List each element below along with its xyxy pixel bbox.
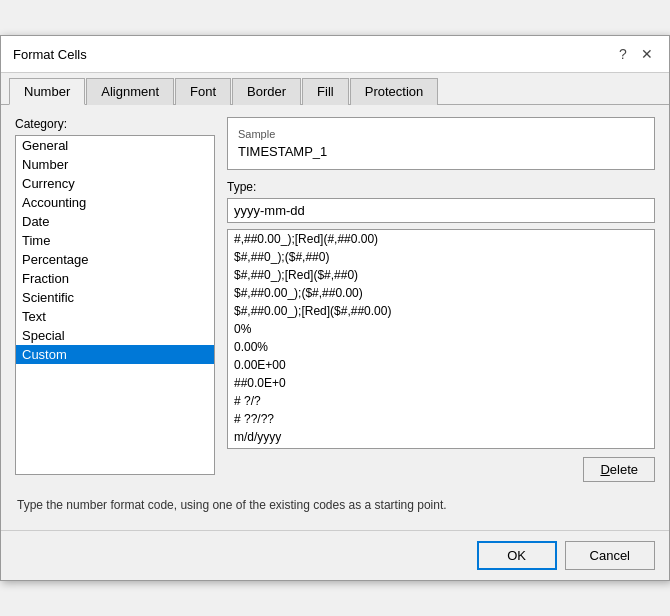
left-panel: Category: GeneralNumberCurrencyAccountin… (15, 117, 215, 482)
format-item[interactable]: # ??/?? (228, 410, 654, 428)
format-item[interactable]: #,##0.00_);[Red](#,##0.00) (228, 230, 654, 248)
format-list-container: #,##0.00_);[Red](#,##0.00)$#,##0_);($#,#… (227, 229, 655, 449)
category-label: Category: (15, 117, 215, 131)
category-list-scroll[interactable]: GeneralNumberCurrencyAccountingDateTimeP… (16, 136, 214, 474)
category-list-container: GeneralNumberCurrencyAccountingDateTimeP… (15, 135, 215, 475)
list-item[interactable]: Time (16, 231, 214, 250)
content-area: Category: GeneralNumberCurrencyAccountin… (15, 117, 655, 482)
format-item[interactable]: m/d/yyyy (228, 428, 654, 446)
dialog-body: Category: GeneralNumberCurrencyAccountin… (1, 105, 669, 530)
list-item[interactable]: Text (16, 307, 214, 326)
format-item[interactable]: $#,##0_);[Red]($#,##0) (228, 266, 654, 284)
sample-label: Sample (238, 128, 644, 140)
list-item[interactable]: Percentage (16, 250, 214, 269)
list-item[interactable]: Number (16, 155, 214, 174)
tab-fill[interactable]: Fill (302, 78, 349, 105)
close-button[interactable]: ✕ (637, 44, 657, 64)
sample-value: TIMESTAMP_1 (238, 144, 644, 159)
format-item[interactable]: $#,##0.00_);[Red]($#,##0.00) (228, 302, 654, 320)
list-item[interactable]: Special (16, 326, 214, 345)
title-bar: Format Cells ? ✕ (1, 36, 669, 73)
list-item[interactable]: General (16, 136, 214, 155)
format-list[interactable]: #,##0.00_);[Red](#,##0.00)$#,##0_);($#,#… (228, 230, 654, 448)
list-item[interactable]: Scientific (16, 288, 214, 307)
tab-font[interactable]: Font (175, 78, 231, 105)
ok-button[interactable]: OK (477, 541, 557, 570)
list-item[interactable]: Accounting (16, 193, 214, 212)
delete-label: Delete (600, 462, 638, 477)
delete-row: Delete (227, 457, 655, 482)
list-item[interactable]: Date (16, 212, 214, 231)
dialog-title: Format Cells (13, 47, 87, 62)
cancel-button[interactable]: Cancel (565, 541, 655, 570)
format-item[interactable]: ##0.0E+0 (228, 374, 654, 392)
right-panel: Sample TIMESTAMP_1 Type: #,##0.00_);[Red… (227, 117, 655, 482)
format-item[interactable]: 0% (228, 320, 654, 338)
help-button[interactable]: ? (613, 44, 633, 64)
list-item[interactable]: Custom (16, 345, 214, 364)
format-cells-dialog: Format Cells ? ✕ Number Alignment Font B… (0, 35, 670, 581)
format-item[interactable]: 0.00% (228, 338, 654, 356)
tab-border[interactable]: Border (232, 78, 301, 105)
tab-bar: Number Alignment Font Border Fill Protec… (1, 73, 669, 105)
format-item[interactable]: $#,##0.00_);($#,##0.00) (228, 284, 654, 302)
delete-button[interactable]: Delete (583, 457, 655, 482)
list-item[interactable]: Fraction (16, 269, 214, 288)
tab-alignment[interactable]: Alignment (86, 78, 174, 105)
footer: OK Cancel (1, 530, 669, 580)
title-bar-buttons: ? ✕ (613, 44, 657, 64)
sample-box: Sample TIMESTAMP_1 (227, 117, 655, 170)
tab-protection[interactable]: Protection (350, 78, 439, 105)
type-label: Type: (227, 180, 655, 194)
list-item[interactable]: Currency (16, 174, 214, 193)
format-item[interactable]: # ?/? (228, 392, 654, 410)
format-item[interactable]: $#,##0_);($#,##0) (228, 248, 654, 266)
format-item[interactable]: 0.00E+00 (228, 356, 654, 374)
help-text: Type the number format code, using one o… (15, 492, 655, 518)
type-input[interactable] (227, 198, 655, 223)
tab-number[interactable]: Number (9, 78, 85, 105)
